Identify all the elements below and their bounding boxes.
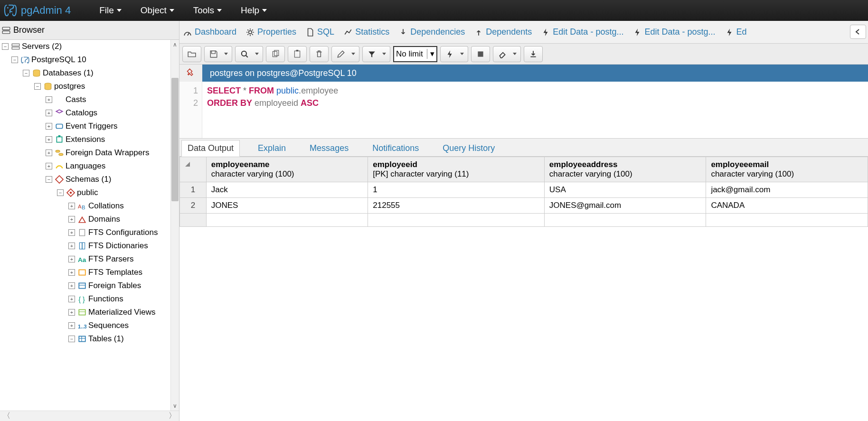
row-number[interactable]	[180, 214, 207, 227]
tree-event-triggers[interactable]: Event Triggers	[66, 122, 118, 131]
col-header[interactable]: employeeemailcharacter varying (100)	[706, 157, 868, 182]
menu-help[interactable]: Help	[231, 5, 276, 16]
tab-edit-data-1[interactable]: Edit Data - postg...	[541, 27, 623, 37]
result-grid[interactable]: employeenamecharacter varying (100) empl…	[179, 157, 868, 227]
row-number[interactable]: 1	[180, 182, 207, 198]
tree-toggle[interactable]: +	[46, 136, 52, 143]
sql-code[interactable]: SELECT * FROM public.employee ORDER BY e…	[202, 82, 343, 138]
tree-toggle[interactable]: −	[68, 336, 75, 342]
tree-hscroll[interactable]: 〈〉	[0, 411, 179, 421]
tree-toggle[interactable]: +	[68, 243, 75, 249]
cell[interactable]	[706, 214, 868, 227]
col-header[interactable]: employeeid[PK] character varying (11)	[368, 157, 545, 182]
tree-databases[interactable]: Databases (1)	[43, 68, 94, 78]
copy-button[interactable]	[266, 46, 285, 62]
scroll-right-icon[interactable]: 〉	[169, 411, 176, 421]
tree-collations[interactable]: Collations	[88, 201, 124, 211]
cell[interactable]	[368, 214, 545, 227]
filter-dropdown[interactable]	[378, 46, 390, 62]
open-file-button[interactable]	[182, 46, 201, 62]
grid-corner[interactable]	[180, 157, 207, 182]
tree-toggle[interactable]: +	[68, 322, 75, 329]
scroll-thumb[interactable]	[171, 78, 179, 201]
tab-data-output[interactable]: Data Output	[181, 140, 240, 157]
tree-toggle[interactable]: +	[46, 150, 52, 156]
tab-edit-data-3[interactable]: Ed	[725, 27, 747, 37]
tree-fts-parsers[interactable]: FTS Parsers	[88, 254, 133, 264]
tree-toggle[interactable]: +	[68, 203, 75, 209]
stop-button[interactable]	[471, 46, 490, 62]
download-button[interactable]	[524, 46, 543, 62]
tree-schemas[interactable]: Schemas (1)	[66, 175, 111, 184]
tree-mat-views[interactable]: Materialized Views	[88, 308, 155, 317]
delete-row-button[interactable]	[310, 46, 329, 62]
clear-dropdown[interactable]	[509, 46, 521, 62]
tab-dashboard[interactable]: Dashboard	[183, 27, 236, 37]
tree-toggle[interactable]: +	[46, 110, 52, 116]
cell[interactable]: JONES	[206, 198, 368, 214]
tree-toggle[interactable]: +	[46, 123, 52, 130]
menu-object[interactable]: Object	[131, 5, 184, 16]
tab-notifications[interactable]: Notifications	[367, 140, 425, 156]
tree-toggle[interactable]: −	[46, 176, 52, 183]
tree-toggle[interactable]: +	[46, 96, 52, 103]
cell[interactable]: jack@gmail.com	[706, 182, 868, 198]
paste-button[interactable]	[288, 46, 307, 62]
cell[interactable]: JONES@gmail.com	[544, 198, 706, 214]
row-number[interactable]: 2	[180, 198, 207, 214]
col-header[interactable]: employeenamecharacter varying (100)	[206, 157, 368, 182]
cell[interactable]: Jack	[206, 182, 368, 198]
tree-postgresql[interactable]: PostgreSQL 10	[31, 55, 86, 65]
object-tree[interactable]: −Servers (2) −PostgreSQL 10 −Databases (…	[0, 40, 166, 346]
tree-languages[interactable]: Languages	[66, 161, 105, 171]
table-row-empty[interactable]	[180, 214, 868, 227]
tree-fts-dict[interactable]: FTS Dictionaries	[88, 241, 148, 251]
col-header[interactable]: employeeaddresscharacter varying (100)	[544, 157, 706, 182]
tree-fdw[interactable]: Foreign Data Wrappers	[66, 148, 149, 158]
tree-servers[interactable]: Servers (2)	[22, 42, 62, 51]
tab-statistics[interactable]: Statistics	[344, 27, 389, 37]
find-dropdown[interactable]	[251, 46, 263, 62]
cell[interactable]	[206, 214, 368, 227]
tree-domains[interactable]: Domains	[88, 215, 120, 224]
tree-toggle[interactable]: −	[57, 189, 64, 196]
tree-casts[interactable]: Casts	[66, 95, 86, 104]
tree-toggle[interactable]: −	[23, 70, 29, 76]
table-row[interactable]: 2 JONES 212555 JONES@gmail.com CANADA	[180, 198, 868, 214]
tab-edit-data-2[interactable]: Edit Data - postg...	[633, 27, 715, 37]
tabs-nav-back-button[interactable]	[850, 25, 866, 39]
save-dropdown[interactable]	[220, 46, 232, 62]
tree-toggle[interactable]: +	[68, 309, 75, 316]
tree-extensions[interactable]: Extensions	[66, 135, 105, 144]
row-limit-select[interactable]: No limit▾	[393, 46, 437, 62]
tree-catalogs[interactable]: Catalogs	[66, 108, 97, 118]
tab-query-history[interactable]: Query History	[437, 140, 500, 156]
pin-button[interactable]	[179, 65, 204, 82]
tree-toggle[interactable]: −	[2, 43, 9, 50]
edit-dropdown[interactable]	[348, 46, 359, 62]
tree-public[interactable]: public	[77, 188, 98, 197]
tree-fts-config[interactable]: FTS Configurations	[88, 228, 158, 237]
tree-toggle[interactable]: −	[34, 83, 41, 90]
tree-postgres[interactable]: postgres	[54, 82, 85, 91]
tree-sequences[interactable]: Sequences	[88, 321, 129, 330]
menu-file[interactable]: File	[90, 5, 131, 16]
sql-editor[interactable]: 1 2 SELECT * FROM public.employee ORDER …	[179, 82, 868, 139]
tab-messages[interactable]: Messages	[304, 140, 354, 156]
tab-dependents[interactable]: Dependents	[474, 27, 532, 37]
scroll-up-icon[interactable]: ∧	[171, 40, 179, 49]
tree-scrollbar[interactable]: ∧ ∨	[170, 40, 179, 411]
tree-toggle[interactable]: +	[68, 269, 75, 276]
tree-toggle[interactable]: +	[68, 296, 75, 302]
cell[interactable]: 1	[368, 182, 545, 198]
scroll-down-icon[interactable]: ∨	[171, 401, 179, 411]
menu-tools[interactable]: Tools	[184, 5, 231, 16]
tab-explain[interactable]: Explain	[252, 140, 292, 156]
tree-toggle[interactable]: +	[46, 163, 52, 169]
cell[interactable]	[544, 214, 706, 227]
tab-properties[interactable]: Properties	[246, 27, 296, 37]
tree-toggle[interactable]: +	[68, 256, 75, 262]
cell[interactable]: 212555	[368, 198, 545, 214]
tree-functions[interactable]: Functions	[88, 294, 123, 304]
tree-toggle[interactable]: +	[68, 229, 75, 236]
